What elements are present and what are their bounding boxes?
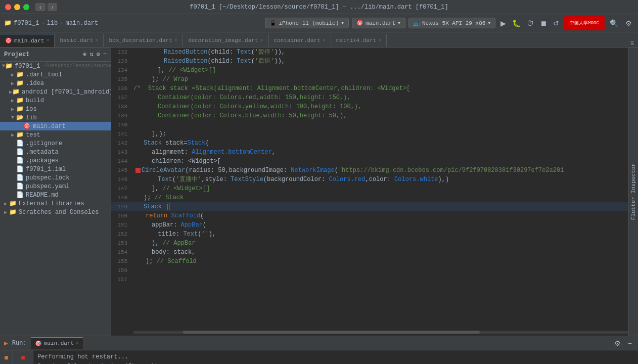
breadcrumb-lib[interactable]: lib — [47, 20, 58, 27]
tree-item-idea[interactable]: ▶ 📁 .idea — [0, 79, 111, 87]
tree-item-main-dart[interactable]: 🎯 main.dart — [0, 122, 111, 130]
file-icon2: 📄 — [16, 148, 24, 156]
folder-icon8: 📁 — [16, 131, 24, 139]
nav-buttons: ‹ › — [35, 3, 57, 11]
emulator-selector[interactable]: 📺 Nexus 5X API 29 x86 ▾ — [408, 18, 495, 28]
tree-item-ios[interactable]: ▶ 📁 ios — [0, 105, 111, 113]
code-line-143: 143 alignment: Alignment.bottomCenter, — [111, 148, 628, 157]
run-button[interactable]: ▶ — [498, 18, 508, 28]
tree-item-iml[interactable]: 📄 f0701_1.iml — [0, 165, 111, 173]
tab-container[interactable]: container.dart × — [269, 34, 331, 47]
settings-bottom-btn[interactable]: ⚙ — [612, 338, 623, 348]
tab-basic-dart[interactable]: basic.dart × — [55, 34, 104, 47]
stop-button[interactable]: ⏹ — [538, 18, 549, 28]
run-icon: ▶ — [4, 339, 8, 347]
tab-close-icon2[interactable]: × — [95, 38, 98, 43]
tab-main-dart[interactable]: 🎯 main.dart × — [0, 34, 55, 47]
code-line-136: 136 /* Stack stack =Stack(alignment: Ali… — [111, 84, 628, 93]
emulator-icon: 📺 — [413, 20, 420, 26]
file-icon4: 📄 — [16, 165, 24, 173]
tree-item-lib[interactable]: ▼ 📂 lib — [0, 113, 111, 122]
emulator-name: Nexus 5X API 29 x86 — [422, 20, 485, 26]
forward-button[interactable]: › — [48, 3, 58, 11]
dart-file-icon: 🎯 — [5, 37, 12, 44]
file-icon6: 📄 — [16, 183, 24, 190]
close-button[interactable] — [5, 4, 11, 10]
tabs-menu-icon[interactable]: ≡ — [630, 40, 634, 47]
tab-close-icon5[interactable]: × — [323, 38, 326, 43]
code-line-154: 154 body: stack, — [111, 248, 628, 257]
chevron-down-icon3: ▾ — [487, 20, 491, 26]
minimize-button[interactable] — [14, 4, 20, 10]
gear-icon[interactable]: ⚙ — [97, 51, 100, 58]
minimize-icon[interactable]: − — [103, 51, 107, 58]
tree-item-pubspec-yaml[interactable]: 📄 pubspec.yaml — [0, 182, 111, 191]
bottom-tab-right: ⚙ − — [612, 338, 634, 348]
tree-item-build[interactable]: ▶ 📁 build — [0, 96, 111, 105]
tab-decoration-image[interactable]: decoration_image.dart × — [183, 34, 269, 47]
code-line-153: 153 ), // AppBar — [111, 239, 628, 248]
code-line-138: 138 Container(color: Colors.yellow,width… — [111, 102, 628, 111]
device-selector[interactable]: 📱 iPhone 11 (mobile) ▾ — [265, 18, 348, 28]
add-icon[interactable]: ⊕ — [83, 51, 86, 58]
code-line-156: 156 — [111, 266, 628, 275]
tree-item-ext-libs[interactable]: ▶ 📁 External Libraries — [0, 199, 111, 208]
console-sidebar: ■ ↺ ⚡ 🔵 — [13, 350, 33, 364]
tab-close-icon[interactable]: × — [46, 38, 49, 43]
console-line-2: Syncing files to device iPhone 11... — [37, 362, 634, 364]
toolbar: 📁 f0701_1 › lib › main.dart 📱 iPhone 11 … — [0, 14, 638, 32]
code-line-142: 142 Stack stack=Stack( — [111, 139, 628, 148]
console-up-btn[interactable]: ■ — [3, 352, 9, 362]
refresh-button[interactable]: ↺ — [551, 18, 561, 28]
tree-item-pubspec-lock[interactable]: 📄 pubspec.lock — [0, 173, 111, 182]
tree-item-scratches[interactable]: ▶ 📁 Scratches and Consoles — [0, 208, 111, 216]
tree-item-gitignore[interactable]: 📄 .gitignore — [0, 139, 111, 148]
tab-close-icon6[interactable]: × — [378, 38, 381, 43]
mooc-logo: 中国大学MOOC — [564, 16, 605, 30]
search-button[interactable]: 🔍 — [608, 18, 620, 28]
debug-button[interactable]: 🐛 — [510, 18, 523, 28]
code-editor[interactable]: 132 RaisedButton(child: Text('暂停')), 133… — [111, 48, 628, 336]
phone-icon: 📱 — [269, 20, 277, 26]
code-line-133: 133 RaisedButton(child: Text('后退')), — [111, 57, 628, 66]
code-line-144: 144 children: <Widget>[ — [111, 157, 628, 166]
tree-item-android[interactable]: ▶ 📁 android [f0701_1_android] — [0, 87, 111, 96]
folder-icon4: 📁 — [12, 88, 20, 96]
minimize-bottom-btn[interactable]: − — [626, 338, 634, 348]
toolbar-actions: ▶ 🐛 ⏱ ⏹ ↺ — [498, 18, 561, 28]
console-stop-btn[interactable]: ■ — [18, 352, 28, 362]
tree-item-metadata[interactable]: 📄 .metadata — [0, 148, 111, 156]
flutter-inspector-label[interactable]: Flutter Inspector — [630, 163, 636, 220]
tab-close-icon4[interactable]: × — [260, 38, 263, 43]
settings-button[interactable]: ⚙ — [623, 18, 634, 28]
console-line-1: Performing hot restart... — [37, 352, 634, 362]
tree-item-dart-tool[interactable]: ▶ 📁 .dart_tool — [0, 70, 111, 79]
close-run-icon[interactable]: × — [76, 341, 79, 346]
branch-selector[interactable]: 🎯 main.dart ▾ — [352, 18, 405, 28]
code-line-137: 137 Container(color: Colors.red,width: 1… — [111, 93, 628, 102]
tree-item-f0701[interactable]: ▼ 📁 f0701_1 ~/Desktop/lesson/source/f070… — [0, 62, 111, 70]
tab-box-decoration[interactable]: box_decoration.dart × — [104, 34, 183, 47]
breadcrumb-file[interactable]: main.dart — [65, 20, 98, 27]
tree-item-readme[interactable]: 📄 README.md — [0, 191, 111, 199]
file-icon5: 📄 — [16, 174, 24, 181]
breadcrumb-project[interactable]: f0701_1 — [14, 20, 39, 27]
tree-item-test[interactable]: ▶ 📁 test — [0, 130, 111, 139]
dart-file-icon2: 🎯 — [23, 122, 31, 130]
maximize-button[interactable] — [23, 4, 29, 10]
main-area: Project ⊕ ⇅ ⚙ − ▼ 📁 f0701_1 ~/Desktop/le… — [0, 48, 638, 336]
sidebar-header-icons: ⊕ ⇅ ⚙ − — [83, 51, 107, 58]
folder-icon6: 📁 — [16, 105, 24, 113]
back-button[interactable]: ‹ — [35, 3, 45, 11]
tab-close-icon3[interactable]: × — [174, 38, 177, 43]
sync-icon[interactable]: ⇅ — [89, 51, 93, 58]
code-line-151: 151 appBar: AppBar( — [111, 220, 628, 230]
tree-item-packages[interactable]: 📄 .packages — [0, 156, 111, 165]
tab-matrix4[interactable]: matrix4.dart × — [331, 34, 387, 47]
profile-button[interactable]: ⏱ — [525, 18, 536, 28]
console-output: Performing hot restart... Syncing files … — [33, 350, 638, 364]
file-icon7: 📄 — [16, 191, 24, 199]
code-line-147: 147 ], // <Widget>[] — [111, 184, 628, 193]
run-file-tab[interactable]: 🎯 main.dart × — [31, 337, 83, 349]
code-area[interactable]: 132 RaisedButton(child: Text('暂停')), 133… — [111, 48, 628, 336]
